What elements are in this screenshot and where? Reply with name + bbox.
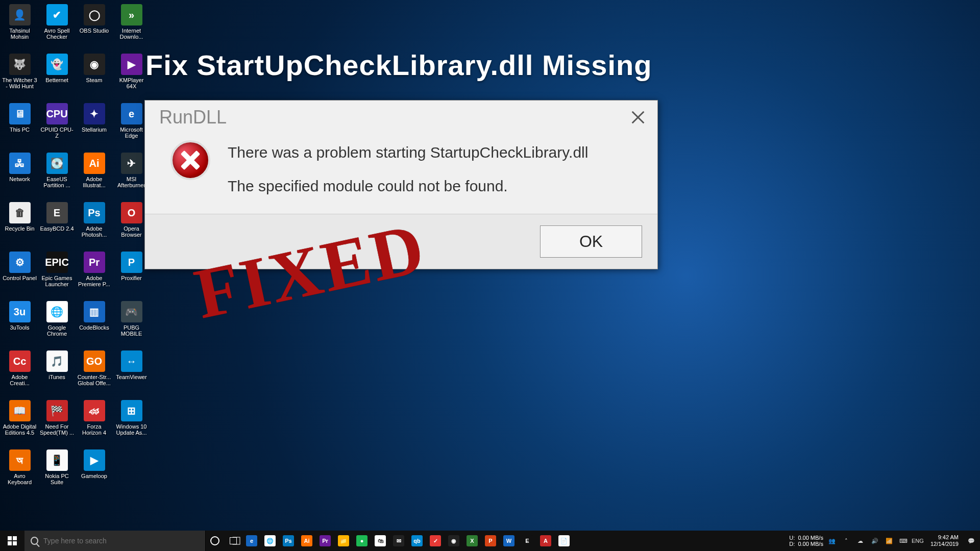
- desktop-icon[interactable]: EEasyBCD 2.4: [38, 200, 76, 249]
- close-icon[interactable]: [628, 107, 648, 128]
- volume-icon[interactable]: 🔊: [869, 535, 880, 546]
- desktop-icon[interactable]: 3u3uTools: [1, 299, 38, 348]
- desktop-icon[interactable]: 🎵iTunes: [38, 348, 76, 398]
- search-input[interactable]: [43, 537, 199, 545]
- taskbar-photoshop-button[interactable]: Ps: [279, 531, 298, 551]
- icon-label: The Witcher 3 - Wild Hunt: [1, 77, 38, 89]
- language-indicator[interactable]: ENG: [912, 535, 923, 546]
- ok-button[interactable]: OK: [540, 226, 642, 258]
- desktop-icon[interactable]: PsAdobe Photosh...: [76, 200, 113, 249]
- action-center-icon[interactable]: 💬: [966, 535, 977, 546]
- taskbar-powerpoint-button[interactable]: P: [481, 531, 500, 551]
- search-box[interactable]: [24, 531, 206, 551]
- clock-date: 12/14/2019: [930, 541, 959, 547]
- app-icon: অ: [9, 449, 31, 471]
- app-icon: P: [121, 252, 142, 273]
- taskbar-store-button[interactable]: 🛍: [371, 531, 389, 551]
- desktop-icon[interactable]: 🐺The Witcher 3 - Wild Hunt: [1, 52, 38, 101]
- desktop-icon[interactable]: ▶KMPlayer 64X: [113, 52, 150, 101]
- desktop-icon[interactable]: 🎮PUBG MOBILE: [113, 299, 150, 348]
- taskbar-access-button[interactable]: A: [536, 531, 555, 551]
- icon-label: Avro Spell Checker: [38, 28, 76, 40]
- icon-label: Epic Games Launcher: [38, 275, 76, 287]
- taskbar-illustrator-button[interactable]: Ai: [298, 531, 316, 551]
- taskbar-chrome-button[interactable]: 🌐: [261, 531, 279, 551]
- start-button[interactable]: [0, 531, 24, 551]
- taskbar-notepad-button[interactable]: 📄: [555, 531, 573, 551]
- icon-label: Windows 10 Update As...: [113, 423, 150, 436]
- desktop-icon[interactable]: CcAdobe Creati...: [1, 348, 38, 398]
- app-icon: 🏁: [46, 400, 68, 421]
- taskbar-todoist-button[interactable]: ✓: [426, 531, 445, 551]
- icon-label: iTunes: [38, 374, 76, 380]
- desktop-icon[interactable]: ⊞Windows 10 Update As...: [113, 398, 150, 447]
- desktop-icon[interactable]: PrAdobe Premiere P...: [76, 249, 113, 299]
- desktop-icon[interactable]: 👤Tahsinul Mohsin: [1, 2, 38, 52]
- taskbar-mail-button[interactable]: ✉: [389, 531, 408, 551]
- app-icon: »: [121, 4, 142, 26]
- taskbar-edge-button[interactable]: e: [242, 531, 261, 551]
- network-icon[interactable]: 📶: [884, 535, 895, 546]
- icon-label: Betternet: [38, 77, 76, 83]
- icon-label: Need For Speed(TM) ...: [38, 423, 76, 436]
- taskbar-word-button[interactable]: W: [500, 531, 518, 551]
- app-icon: 🏎: [84, 400, 105, 421]
- taskbar-cortana-button[interactable]: [206, 531, 224, 551]
- desktop-icon[interactable]: ▶Gameloop: [76, 447, 113, 497]
- taskbar-spotify-button[interactable]: ●: [353, 531, 371, 551]
- desktop-icon[interactable]: ✦Stellarium: [76, 101, 113, 151]
- desktop-icon[interactable]: ◯OBS Studio: [76, 2, 113, 52]
- access-icon: A: [540, 535, 551, 546]
- system-tray: U: 0.00 MB/s D: 0.00 MB/s 👥 ˄ ☁ 🔊 📶 ⌨ EN…: [786, 534, 980, 547]
- app-icon: ↔: [121, 350, 142, 372]
- overlay-headline: Fix StartUpCheckLibrary.dll Missing: [145, 48, 652, 82]
- taskbar-steam-button[interactable]: ◉: [445, 531, 463, 551]
- desktop-icon[interactable]: 📱Nokia PC Suite: [38, 447, 76, 497]
- desktop-icon[interactable]: ✔Avro Spell Checker: [38, 2, 76, 52]
- icon-label: Gameloop: [76, 473, 113, 479]
- edge-icon: e: [246, 535, 257, 546]
- desktop-icon[interactable]: 💽EaseUS Partition ...: [38, 151, 76, 200]
- app-icon: E: [46, 202, 68, 223]
- excel-icon: X: [467, 535, 478, 546]
- desktop-icon[interactable]: 🏎Forza Horizon 4: [76, 398, 113, 447]
- desktop-icon[interactable]: EPICEpic Games Launcher: [38, 249, 76, 299]
- clock[interactable]: 9:42 AM 12/14/2019: [926, 534, 963, 547]
- desktop-icon[interactable]: ◉Steam: [76, 52, 113, 101]
- desktop-icon[interactable]: 👻Betternet: [38, 52, 76, 101]
- desktop-icon[interactable]: ▥CodeBlocks: [76, 299, 113, 348]
- desktop-icon[interactable]: 🏁Need For Speed(TM) ...: [38, 398, 76, 447]
- desktop-icon[interactable]: AiAdobe Illustrat...: [76, 151, 113, 200]
- taskbar-explorer-button[interactable]: 📁: [334, 531, 353, 551]
- task-view-icon: [230, 537, 237, 544]
- taskbar-excel-button[interactable]: X: [463, 531, 481, 551]
- desktop-icon[interactable]: »Internet Downlo...: [113, 2, 150, 52]
- taskbar-qbittorrent-button[interactable]: qb: [408, 531, 426, 551]
- keyboard-icon[interactable]: ⌨: [898, 535, 909, 546]
- desktop-icon[interactable]: GOCounter-Str... Global Offe...: [76, 348, 113, 398]
- desktop-icon[interactable]: 🖧Network: [1, 151, 38, 200]
- desktop-icon[interactable]: 🌐Google Chrome: [38, 299, 76, 348]
- app-icon: Ps: [84, 202, 105, 223]
- app-icon: ▶: [84, 449, 105, 471]
- desktop-icon[interactable]: CPUCPUID CPU-Z: [38, 101, 76, 151]
- icon-label: Adobe Premiere P...: [76, 275, 113, 287]
- desktop-icon[interactable]: ⚙Control Panel: [1, 249, 38, 299]
- desktop-icon[interactable]: অAvro Keyboard: [1, 447, 38, 497]
- people-icon[interactable]: 👥: [826, 535, 838, 546]
- tray-chevron-up-icon[interactable]: ˄: [841, 535, 852, 546]
- desktop-icon[interactable]: 🗑Recycle Bin: [1, 200, 38, 249]
- explorer-icon: 📁: [338, 535, 349, 546]
- icon-label: EaseUS Partition ...: [38, 176, 76, 188]
- onedrive-icon[interactable]: ☁: [855, 535, 866, 546]
- taskbar-task-view-button[interactable]: [224, 531, 242, 551]
- desktop-icon[interactable]: 🖥This PC: [1, 101, 38, 151]
- taskbar-premiere-button[interactable]: Pr: [316, 531, 334, 551]
- icon-label: Avro Keyboard: [1, 473, 38, 485]
- app-icon: 3u: [9, 301, 31, 322]
- taskbar: e🌐PsAiPr📁●🛍✉qb✓◉XPWEA📄 U: 0.00 MB/s D: 0…: [0, 531, 980, 551]
- desktop-icon[interactable]: 📖Adobe Digital Editions 4.5: [1, 398, 38, 447]
- spotify-icon: ●: [356, 535, 368, 546]
- desktop-icon[interactable]: ↔TeamViewer: [113, 348, 150, 398]
- taskbar-epic-button[interactable]: E: [518, 531, 536, 551]
